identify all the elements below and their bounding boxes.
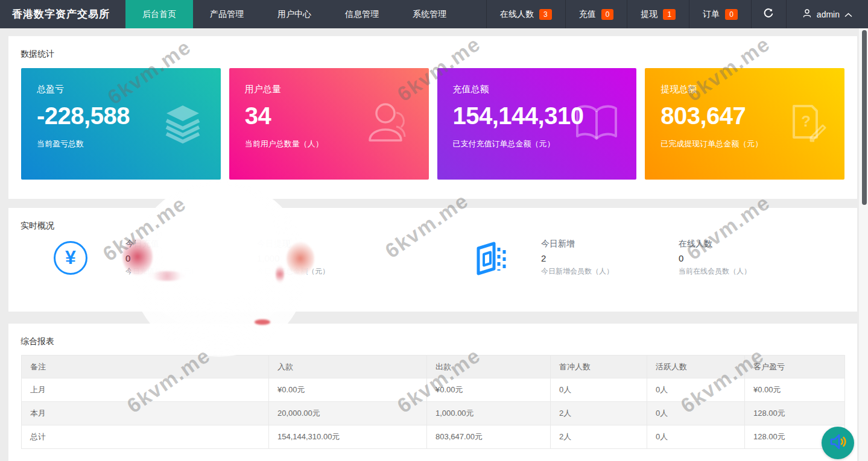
card-total-users: 用户总量 34 当前用户总数量（人） xyxy=(229,68,429,180)
top-navbar: 香港数字资产交易所 后台首页 产品管理 用户中心 信息管理 系统管理 在线人数 … xyxy=(0,0,868,28)
stat-title: 今日提现 xyxy=(257,239,388,249)
chevron-up-icon xyxy=(844,10,852,19)
scrollbar-thumb[interactable] xyxy=(862,30,867,205)
doc-question-icon: ? xyxy=(785,100,829,148)
user-icon xyxy=(802,8,812,20)
stat-value: 0 xyxy=(679,253,810,263)
table-row-this-month: 本月 20,000.00元 1,000.00元 2人 0人 128.00元 xyxy=(22,402,845,425)
tab-dashboard[interactable]: 后台首页 xyxy=(125,0,193,28)
column-header: 出款 xyxy=(427,356,551,378)
card-total-profit-loss: 总盈亏 -228,588 当前盈亏总数 xyxy=(21,68,221,180)
table-cell: 2人 xyxy=(551,402,647,425)
stat-caption: 当前在线会员数（人） xyxy=(679,266,810,277)
stat-value: 1,000 xyxy=(257,253,388,263)
panel-summary-report: 综合报表 备注 入款 出款 首冲人数 活跃人数 客户盈亏 上月 ¥0.00元 ¥… xyxy=(8,324,857,461)
table-cell: 总计 xyxy=(22,425,269,449)
tab-label: 产品管理 xyxy=(210,9,244,20)
stat-today-recharge: 今日充值 0 今日充值总金额（元） xyxy=(125,239,257,277)
users-icon xyxy=(365,99,413,149)
table-cell: 2人 xyxy=(551,425,647,449)
tab-information[interactable]: 信息管理 xyxy=(328,0,396,28)
quickstat-recharge[interactable]: 充值 0 xyxy=(565,0,627,28)
quickstat-label: 订单 xyxy=(703,9,720,20)
column-header: 活跃人数 xyxy=(647,356,745,378)
refresh-icon xyxy=(762,7,775,22)
stat-today-withdraw: 今日提现 1,000 今日提现总金额（元） xyxy=(257,239,388,277)
stat-title: 今日新增 xyxy=(541,239,679,249)
layers-icon xyxy=(160,101,205,148)
stat-value: 2 xyxy=(541,253,679,263)
table-cell: ¥0.00元 xyxy=(427,378,551,402)
panel-realtime-overview: 实时概况 ¥ 今日充值 0 今日充值总金额（元） 今日提现 1,000 今日提现… xyxy=(8,208,857,312)
summary-report-table: 备注 入款 出款 首冲人数 活跃人数 客户盈亏 上月 ¥0.00元 ¥0.00元… xyxy=(21,355,845,449)
table-cell: 1,000.00元 xyxy=(427,402,551,425)
refresh-button[interactable] xyxy=(751,0,786,28)
card-label: 用户总量 xyxy=(245,84,413,95)
stat-value: 0 xyxy=(125,253,257,263)
quickstat-orders[interactable]: 订单 0 xyxy=(689,0,751,28)
tab-system[interactable]: 系统管理 xyxy=(396,0,463,28)
svg-text:?: ? xyxy=(801,112,811,130)
panel-title: 综合报表 xyxy=(8,324,857,347)
admin-username: admin xyxy=(817,10,840,19)
nav-spacer xyxy=(463,0,486,28)
stat-caption: 今日充值总金额（元） xyxy=(125,266,257,277)
panel-data-statistics: 数据统计 总盈亏 -228,588 当前盈亏总数 用户总量 34 当前用户总数量… xyxy=(8,36,857,199)
card-label: 充值总额 xyxy=(453,84,621,95)
quickstat-withdraw[interactable]: 提现 1 xyxy=(627,0,689,28)
tab-label: 用户中心 xyxy=(277,9,311,20)
yen-circle-icon: ¥ xyxy=(53,240,88,275)
online-count-badge: 3 xyxy=(539,9,552,20)
table-header-row: 备注 入款 出款 首冲人数 活跃人数 客户盈亏 xyxy=(22,356,845,378)
table-cell: ¥0.00元 xyxy=(269,378,427,402)
table-row-total: 总计 154,144,310.00元 803,647.00元 2人 0人 128… xyxy=(22,425,845,449)
panel-title: 实时概况 xyxy=(8,208,857,231)
stat-caption: 今日提现总金额（元） xyxy=(257,266,388,277)
book-icon xyxy=(572,100,621,148)
stat-title: 在线人数 xyxy=(679,239,810,249)
quickstat-label: 提现 xyxy=(641,9,657,20)
quickstat-label: 在线人数 xyxy=(500,9,534,20)
column-header: 备注 xyxy=(22,356,269,378)
table-cell: 0人 xyxy=(647,425,745,449)
tab-label: 后台首页 xyxy=(142,9,176,20)
column-header: 首冲人数 xyxy=(551,356,647,378)
table-cell: ¥0.00元 xyxy=(745,378,845,402)
table-cell: 128.00元 xyxy=(745,402,845,425)
quickstat-online-users[interactable]: 在线人数 3 xyxy=(486,0,565,28)
scrollbar-track[interactable] xyxy=(859,28,868,461)
stat-title: 今日充值 xyxy=(125,239,257,249)
table-cell: 0人 xyxy=(551,378,647,402)
table-cell: 154,144,310.00元 xyxy=(269,425,427,449)
admin-menu[interactable]: admin xyxy=(786,0,868,28)
withdraw-count-badge: 1 xyxy=(663,9,676,20)
sound-toggle-button[interactable] xyxy=(822,427,854,459)
card-total-withdraw: 提现总额 803,647 已完成提现订单总金额（元） ? xyxy=(645,68,844,180)
tab-label: 系统管理 xyxy=(413,9,446,20)
building-icon xyxy=(473,240,508,275)
table-cell: 803,647.00元 xyxy=(427,425,551,449)
card-label: 提现总额 xyxy=(661,84,829,95)
table-cell: 本月 xyxy=(22,402,269,425)
stat-cards-row: 总盈亏 -228,588 当前盈亏总数 用户总量 34 当前用户总数量（人） xyxy=(8,68,857,180)
stat-online-members: 在线人数 0 当前在线会员数（人） xyxy=(679,239,810,277)
tab-products[interactable]: 产品管理 xyxy=(193,0,261,28)
table-cell: 上月 xyxy=(22,378,269,402)
column-header: 客户盈亏 xyxy=(745,356,845,378)
table-cell: 20,000.00元 xyxy=(269,402,427,425)
column-header: 入款 xyxy=(269,356,427,378)
realtime-row: ¥ 今日充值 0 今日充值总金额（元） 今日提现 1,000 今日提现总金额（元… xyxy=(8,239,857,277)
recharge-count-badge: 0 xyxy=(601,9,614,20)
table-row-last-month: 上月 ¥0.00元 ¥0.00元 0人 0人 ¥0.00元 xyxy=(22,378,845,402)
tab-label: 信息管理 xyxy=(345,9,379,20)
tab-users[interactable]: 用户中心 xyxy=(261,0,328,28)
stat-today-new-members: 今日新增 2 今日新增会员数（人） xyxy=(541,239,679,277)
brand-title: 香港数字资产交易所 xyxy=(0,0,125,28)
table-cell: 0人 xyxy=(647,402,745,425)
speaker-icon xyxy=(828,432,847,454)
order-count-badge: 0 xyxy=(725,9,738,20)
card-label: 总盈亏 xyxy=(37,84,205,95)
card-total-recharge: 充值总额 154,144,310 已支付充值订单总金额（元） xyxy=(437,68,637,180)
quickstat-label: 充值 xyxy=(579,9,596,20)
panel-title: 数据统计 xyxy=(8,36,857,60)
